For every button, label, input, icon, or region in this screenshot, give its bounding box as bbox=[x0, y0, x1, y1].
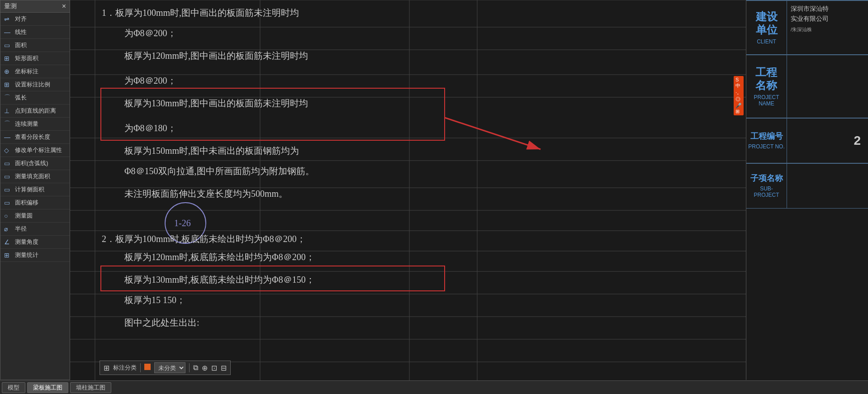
menu-icon-fill-area: ▭ bbox=[4, 173, 12, 180]
input-toolbar: S 中·。◎🎤⊞ bbox=[734, 76, 744, 115]
project-no-english-label: PROJECT NO. bbox=[748, 143, 784, 150]
tab-beam-slab[interactable]: 梁板施工图 bbox=[27, 382, 68, 393]
menu-icon-scale: ⊞ bbox=[4, 81, 12, 88]
panel-title-label: 量测 bbox=[4, 2, 17, 10]
right-title-block: 建设单位 CLIENT 深圳市深汕特实业有限公司 /朱深汕株 S 中·。◎🎤⊞ … bbox=[746, 0, 868, 380]
client-section: 建设单位 CLIENT 深圳市深汕特实业有限公司 /朱深汕株 S 中·。◎🎤⊞ bbox=[746, 0, 868, 55]
menu-item-calc-side[interactable]: ▭计算侧面积 bbox=[0, 183, 70, 196]
menu-icon-area: ▭ bbox=[4, 42, 12, 49]
menu-icon-radius: ⌀ bbox=[4, 225, 12, 233]
project-name-chinese-label: 工程名称 bbox=[754, 66, 779, 92]
menu-label-align: 对齐 bbox=[15, 15, 27, 23]
annotation-grid-icon: ⊞ bbox=[104, 364, 109, 372]
menu-label-angle: 测量角度 bbox=[15, 238, 38, 246]
menu-label-segment: 查看分段长度 bbox=[15, 133, 50, 141]
menu-item-rect-area[interactable]: ⊞矩形面积 bbox=[0, 52, 70, 65]
svg-text:板厚为120mm时,图中画出的板面筋未注明时均: 板厚为120mm时,图中画出的板面筋未注明时均 bbox=[124, 51, 308, 61]
svg-text:板厚为150mm时,图中未画出的板面钢筋均为: 板厚为150mm时,图中未画出的板面钢筋均为 bbox=[124, 146, 299, 156]
svg-text:Φ8＠150双向拉通,图中所画面筋均为附加钢筋。: Φ8＠150双向拉通,图中所画面筋均为附加钢筋。 bbox=[124, 166, 314, 176]
menu-item-arc[interactable]: ⌒弧长 bbox=[0, 91, 70, 104]
annotation-toolbar: ⊞ 标注分类 未分类 ⧉ ⊕ ⊡ ⊟ bbox=[100, 361, 231, 375]
sub-project-section: 子项名称 SUB-PROJECT bbox=[746, 163, 868, 209]
close-button[interactable]: × bbox=[62, 2, 66, 10]
menu-items-list: ⇌对齐—线性▭面积⊞矩形面积⊕坐标标注⊞设置标注比例⌒弧长⊥点到直线的距离⌒连续… bbox=[0, 13, 70, 262]
menu-icon-stats: ⊞ bbox=[4, 252, 12, 259]
clipboard-icon[interactable]: ⊟ bbox=[221, 364, 227, 372]
tab-wall-col[interactable]: 墙柱施工图 bbox=[70, 382, 111, 393]
project-no-section: 工程编号 PROJECT NO. 2 bbox=[746, 118, 868, 163]
menu-label-fill-area: 测量填充面积 bbox=[15, 172, 50, 180]
menu-item-stats[interactable]: ⊞测量统计 bbox=[0, 249, 70, 262]
menu-label-measure-circle: 测量圆 bbox=[15, 212, 33, 220]
svg-text:2．板厚为100mm时,板底筋未绘出时均为Φ8＠200；: 2．板厚为100mm时,板底筋未绘出时均为Φ8＠200； bbox=[102, 234, 306, 244]
project-no-chinese-label: 工程编号 bbox=[748, 132, 784, 142]
menu-icon-linear: — bbox=[4, 28, 12, 36]
sub-project-english-label: SUB-PROJECT bbox=[748, 185, 785, 198]
menu-item-scale[interactable]: ⊞设置标注比例 bbox=[0, 78, 70, 91]
menu-item-area-arc[interactable]: ▭面积(含弧线) bbox=[0, 157, 70, 170]
project-name-value-col bbox=[787, 55, 868, 118]
menu-item-modify-attr[interactable]: ◇修改单个标注属性 bbox=[0, 144, 70, 157]
menu-label-continuous: 连续测量 bbox=[15, 120, 38, 128]
menu-label-calc-side: 计算侧面积 bbox=[15, 185, 44, 194]
svg-text:为Φ8＠200；: 为Φ8＠200； bbox=[124, 28, 176, 38]
move-icon[interactable]: ⊕ bbox=[202, 364, 208, 372]
menu-item-linear[interactable]: —线性 bbox=[0, 26, 70, 39]
title-block-content: 建设单位 CLIENT 深圳市深汕特实业有限公司 /朱深汕株 S 中·。◎🎤⊞ … bbox=[746, 0, 868, 380]
project-name-english-label: PROJECTNAME bbox=[754, 94, 779, 107]
menu-icon-point-line: ⊥ bbox=[4, 107, 12, 114]
menu-label-arc: 弧长 bbox=[15, 94, 27, 102]
project-name-label-col: 工程名称 PROJECTNAME bbox=[746, 55, 787, 118]
menu-label-area: 面积 bbox=[15, 41, 27, 49]
copy-icon[interactable]: ⧉ bbox=[193, 364, 198, 372]
svg-text:为Φ8＠200；: 为Φ8＠200； bbox=[124, 76, 176, 85]
menu-item-measure-circle[interactable]: ○测量圆 bbox=[0, 209, 70, 223]
menu-label-linear: 线性 bbox=[15, 28, 27, 36]
menu-icon-area-arc: ▭ bbox=[4, 160, 12, 167]
tab-model[interactable]: 模型 bbox=[2, 382, 25, 393]
status-bar: 模型 梁板施工图 墙柱施工图 bbox=[0, 380, 868, 394]
menu-item-segment[interactable]: —查看分段长度 bbox=[0, 131, 70, 144]
menu-icon-angle: ∠ bbox=[4, 238, 12, 246]
menu-icon-coord: ⊕ bbox=[4, 68, 12, 75]
menu-item-coord[interactable]: ⊕坐标标注 bbox=[0, 65, 70, 78]
sub-project-chinese-label: 子项名称 bbox=[748, 174, 785, 184]
separator-2 bbox=[189, 363, 190, 372]
menu-item-area-offset[interactable]: ▭面积偏移 bbox=[0, 196, 70, 209]
menu-icon-segment: — bbox=[4, 133, 12, 141]
menu-icon-measure-circle: ○ bbox=[4, 212, 12, 219]
menu-label-coord: 坐标标注 bbox=[15, 67, 38, 76]
menu-item-point-line[interactable]: ⊥点到直线的距离 bbox=[0, 104, 70, 118]
menu-label-area-offset: 面积偏移 bbox=[15, 199, 38, 207]
left-measurement-panel: 量测 × ⇌对齐—线性▭面积⊞矩形面积⊕坐标标注⊞设置标注比例⌒弧长⊥点到直线的… bbox=[0, 0, 70, 380]
menu-label-modify-attr: 修改单个标注属性 bbox=[15, 146, 62, 154]
svg-text:板厚为130mm时,图中画出的板面筋未注明时均: 板厚为130mm时,图中画出的板面筋未注明时均 bbox=[124, 98, 308, 108]
project-no-value-text: 2 bbox=[854, 133, 864, 148]
menu-icon-calc-side: ▭ bbox=[4, 186, 12, 193]
svg-text:为Φ8＠180；: 为Φ8＠180； bbox=[124, 123, 176, 133]
menu-item-area[interactable]: ▭面积 bbox=[0, 39, 70, 52]
menu-label-radius: 半径 bbox=[15, 225, 27, 233]
svg-text:未注明板面筋伸出支座长度均为500mm。: 未注明板面筋伸出支座长度均为500mm。 bbox=[124, 189, 288, 199]
color-indicator bbox=[144, 364, 151, 370]
menu-label-area-arc: 面积(含弧线) bbox=[15, 159, 48, 167]
menu-label-point-line: 点到直线的距离 bbox=[15, 107, 56, 115]
menu-item-radius[interactable]: ⌀半径 bbox=[0, 223, 70, 236]
annotation-label: 标注分类 bbox=[113, 364, 137, 372]
menu-item-angle[interactable]: ∠测量角度 bbox=[0, 236, 70, 249]
menu-item-fill-area[interactable]: ▭测量填充面积 bbox=[0, 170, 70, 183]
annotation-category-select[interactable]: 未分类 bbox=[154, 362, 185, 373]
svg-text:图中之此处生出出:: 图中之此处生出出: bbox=[124, 318, 199, 328]
menu-icon-modify-attr: ◇ bbox=[4, 147, 12, 154]
project-name-section: 工程名称 PROJECTNAME bbox=[746, 55, 868, 118]
drawing-svg: 1．板厚为100mm时,图中画出的板面筋未注明时均 为Φ8＠200； 板厚为12… bbox=[70, 0, 746, 380]
menu-icon-arc: ⌒ bbox=[4, 94, 12, 102]
menu-item-continuous[interactable]: ⌒连续测量 bbox=[0, 118, 70, 131]
svg-text:1．板厚为100mm时,图中画出的板面筋未注明时均: 1．板厚为100mm时,图中画出的板面筋未注明时均 bbox=[102, 8, 299, 18]
menu-item-align[interactable]: ⇌对齐 bbox=[0, 13, 70, 26]
sub-project-value-col bbox=[787, 163, 868, 208]
project-no-label-col: 工程编号 PROJECT NO. bbox=[746, 118, 787, 163]
paste-icon[interactable]: ⊡ bbox=[211, 364, 217, 372]
svg-text:1-26: 1-26 bbox=[174, 218, 191, 228]
client-english-label: CLIENT bbox=[756, 38, 778, 45]
